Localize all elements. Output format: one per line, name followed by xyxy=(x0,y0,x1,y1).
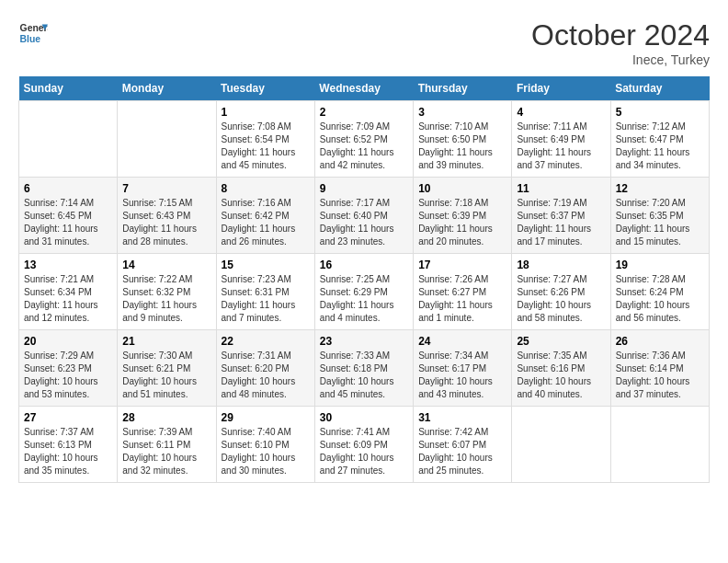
calendar-cell: 10Sunrise: 7:18 AM Sunset: 6:39 PM Dayli… xyxy=(414,178,512,254)
day-number: 5 xyxy=(616,106,704,119)
day-info: Sunrise: 7:19 AM Sunset: 6:37 PM Dayligh… xyxy=(517,197,605,248)
calendar-cell: 8Sunrise: 7:16 AM Sunset: 6:42 PM Daylig… xyxy=(216,178,314,254)
day-number: 15 xyxy=(222,259,310,271)
day-info: Sunrise: 7:18 AM Sunset: 6:39 PM Dayligh… xyxy=(418,197,506,248)
calendar-cell: 1Sunrise: 7:08 AM Sunset: 6:54 PM Daylig… xyxy=(216,101,314,178)
day-info: Sunrise: 7:16 AM Sunset: 6:42 PM Dayligh… xyxy=(222,197,310,248)
day-number: 2 xyxy=(320,106,408,119)
day-info: Sunrise: 7:41 AM Sunset: 6:09 PM Dayligh… xyxy=(320,426,408,477)
day-info: Sunrise: 7:10 AM Sunset: 6:50 PM Dayligh… xyxy=(418,121,506,172)
day-info: Sunrise: 7:40 AM Sunset: 6:10 PM Dayligh… xyxy=(222,426,310,477)
day-info: Sunrise: 7:42 AM Sunset: 6:07 PM Dayligh… xyxy=(418,426,506,477)
calendar-cell: 16Sunrise: 7:25 AM Sunset: 6:29 PM Dayli… xyxy=(314,254,413,330)
day-info: Sunrise: 7:15 AM Sunset: 6:43 PM Dayligh… xyxy=(122,197,210,248)
day-number: 16 xyxy=(320,259,408,271)
day-number: 22 xyxy=(222,335,310,348)
day-number: 28 xyxy=(122,411,210,424)
page-header: General Blue October 2024 Inece, Turkey xyxy=(18,18,710,67)
calendar-cell: 18Sunrise: 7:27 AM Sunset: 6:26 PM Dayli… xyxy=(512,254,610,330)
day-info: Sunrise: 7:34 AM Sunset: 6:17 PM Dayligh… xyxy=(418,350,506,401)
day-info: Sunrise: 7:09 AM Sunset: 6:52 PM Dayligh… xyxy=(320,121,408,172)
calendar-week-4: 20Sunrise: 7:29 AM Sunset: 6:23 PM Dayli… xyxy=(19,330,710,407)
calendar-cell: 20Sunrise: 7:29 AM Sunset: 6:23 PM Dayli… xyxy=(19,330,118,407)
calendar-cell xyxy=(19,101,118,178)
day-info: Sunrise: 7:11 AM Sunset: 6:49 PM Dayligh… xyxy=(517,121,605,172)
column-header-thursday: Thursday xyxy=(414,76,512,101)
day-info: Sunrise: 7:33 AM Sunset: 6:18 PM Dayligh… xyxy=(320,350,408,401)
column-header-monday: Monday xyxy=(118,76,216,101)
day-number: 26 xyxy=(616,335,704,348)
calendar-cell: 6Sunrise: 7:14 AM Sunset: 6:45 PM Daylig… xyxy=(19,178,118,254)
column-header-tuesday: Tuesday xyxy=(216,76,314,101)
day-info: Sunrise: 7:25 AM Sunset: 6:29 PM Dayligh… xyxy=(320,273,408,325)
day-info: Sunrise: 7:23 AM Sunset: 6:31 PM Dayligh… xyxy=(222,273,310,325)
day-number: 12 xyxy=(616,182,704,195)
day-info: Sunrise: 7:35 AM Sunset: 6:16 PM Dayligh… xyxy=(517,350,605,401)
day-number: 14 xyxy=(122,259,210,271)
day-number: 1 xyxy=(222,106,310,119)
day-number: 23 xyxy=(320,335,408,348)
day-number: 9 xyxy=(320,182,408,195)
calendar-cell: 24Sunrise: 7:34 AM Sunset: 6:17 PM Dayli… xyxy=(414,330,512,407)
calendar-cell: 28Sunrise: 7:39 AM Sunset: 6:11 PM Dayli… xyxy=(118,407,216,483)
location: Inece, Turkey xyxy=(531,52,710,67)
day-info: Sunrise: 7:30 AM Sunset: 6:21 PM Dayligh… xyxy=(122,350,210,401)
calendar-cell: 27Sunrise: 7:37 AM Sunset: 6:13 PM Dayli… xyxy=(19,407,118,483)
calendar-week-3: 13Sunrise: 7:21 AM Sunset: 6:34 PM Dayli… xyxy=(19,254,710,330)
column-header-saturday: Saturday xyxy=(610,76,709,101)
day-info: Sunrise: 7:20 AM Sunset: 6:35 PM Dayligh… xyxy=(616,197,704,248)
day-number: 20 xyxy=(24,335,112,348)
day-info: Sunrise: 7:29 AM Sunset: 6:23 PM Dayligh… xyxy=(24,350,112,401)
day-number: 7 xyxy=(122,182,210,195)
day-info: Sunrise: 7:22 AM Sunset: 6:32 PM Dayligh… xyxy=(122,273,210,325)
day-number: 21 xyxy=(122,335,210,348)
calendar-cell: 25Sunrise: 7:35 AM Sunset: 6:16 PM Dayli… xyxy=(512,330,610,407)
calendar-cell: 12Sunrise: 7:20 AM Sunset: 6:35 PM Dayli… xyxy=(610,178,709,254)
day-number: 3 xyxy=(418,106,506,119)
day-info: Sunrise: 7:17 AM Sunset: 6:40 PM Dayligh… xyxy=(320,197,408,248)
day-number: 4 xyxy=(517,106,605,119)
day-number: 8 xyxy=(222,182,310,195)
day-info: Sunrise: 7:39 AM Sunset: 6:11 PM Dayligh… xyxy=(122,426,210,477)
day-info: Sunrise: 7:08 AM Sunset: 6:54 PM Dayligh… xyxy=(222,121,310,172)
calendar-table: SundayMondayTuesdayWednesdayThursdayFrid… xyxy=(18,76,710,483)
month-title: October 2024 xyxy=(531,18,710,52)
day-number: 6 xyxy=(24,182,112,195)
column-header-sunday: Sunday xyxy=(19,76,118,101)
day-number: 19 xyxy=(616,259,704,271)
calendar-week-1: 1Sunrise: 7:08 AM Sunset: 6:54 PM Daylig… xyxy=(19,101,710,178)
logo-icon: General Blue xyxy=(18,18,48,48)
calendar-cell: 11Sunrise: 7:19 AM Sunset: 6:37 PM Dayli… xyxy=(512,178,610,254)
calendar-cell: 26Sunrise: 7:36 AM Sunset: 6:14 PM Dayli… xyxy=(610,330,709,407)
day-info: Sunrise: 7:12 AM Sunset: 6:47 PM Dayligh… xyxy=(616,121,704,172)
calendar-cell: 14Sunrise: 7:22 AM Sunset: 6:32 PM Dayli… xyxy=(118,254,216,330)
calendar-cell: 2Sunrise: 7:09 AM Sunset: 6:52 PM Daylig… xyxy=(314,101,413,178)
column-header-wednesday: Wednesday xyxy=(314,76,413,101)
day-number: 27 xyxy=(24,411,112,424)
calendar-cell: 4Sunrise: 7:11 AM Sunset: 6:49 PM Daylig… xyxy=(512,101,610,178)
day-info: Sunrise: 7:28 AM Sunset: 6:24 PM Dayligh… xyxy=(616,273,704,325)
day-number: 31 xyxy=(418,411,506,424)
day-info: Sunrise: 7:36 AM Sunset: 6:14 PM Dayligh… xyxy=(616,350,704,401)
calendar-cell: 29Sunrise: 7:40 AM Sunset: 6:10 PM Dayli… xyxy=(216,407,314,483)
header-row: SundayMondayTuesdayWednesdayThursdayFrid… xyxy=(19,76,710,101)
calendar-cell: 9Sunrise: 7:17 AM Sunset: 6:40 PM Daylig… xyxy=(314,178,413,254)
day-info: Sunrise: 7:14 AM Sunset: 6:45 PM Dayligh… xyxy=(24,197,112,248)
calendar-cell: 15Sunrise: 7:23 AM Sunset: 6:31 PM Dayli… xyxy=(216,254,314,330)
calendar-week-5: 27Sunrise: 7:37 AM Sunset: 6:13 PM Dayli… xyxy=(19,407,710,483)
calendar-cell: 23Sunrise: 7:33 AM Sunset: 6:18 PM Dayli… xyxy=(314,330,413,407)
day-number: 30 xyxy=(320,411,408,424)
logo: General Blue xyxy=(18,18,48,48)
calendar-cell xyxy=(118,101,216,178)
calendar-cell: 22Sunrise: 7:31 AM Sunset: 6:20 PM Dayli… xyxy=(216,330,314,407)
calendar-cell: 7Sunrise: 7:15 AM Sunset: 6:43 PM Daylig… xyxy=(118,178,216,254)
calendar-cell xyxy=(512,407,610,483)
calendar-cell xyxy=(610,407,709,483)
calendar-cell: 21Sunrise: 7:30 AM Sunset: 6:21 PM Dayli… xyxy=(118,330,216,407)
day-info: Sunrise: 7:27 AM Sunset: 6:26 PM Dayligh… xyxy=(517,273,605,325)
calendar-cell: 3Sunrise: 7:10 AM Sunset: 6:50 PM Daylig… xyxy=(414,101,512,178)
day-info: Sunrise: 7:26 AM Sunset: 6:27 PM Dayligh… xyxy=(418,273,506,325)
calendar-cell: 13Sunrise: 7:21 AM Sunset: 6:34 PM Dayli… xyxy=(19,254,118,330)
column-header-friday: Friday xyxy=(512,76,610,101)
day-info: Sunrise: 7:31 AM Sunset: 6:20 PM Dayligh… xyxy=(222,350,310,401)
